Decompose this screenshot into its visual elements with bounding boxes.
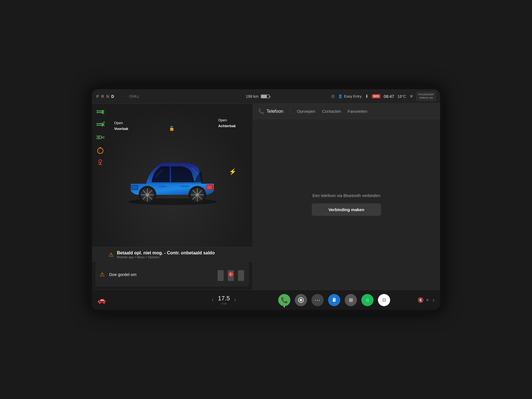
svg-rect-46 [218,278,224,281]
gear-r: R [101,94,104,99]
airbag-line2: AIRBAG ON [418,96,434,100]
phone-title-group: 📞 Telefoon [258,108,283,114]
home-taskbar-button[interactable]: ⊡ [378,294,390,306]
headlight-low-icon [95,108,105,116]
icon-sidebar: 3D< ! [95,108,105,167]
car-display: Open Voorbak Open Achterbak 🔓 ⚡ [92,104,252,247]
connect-bluetooth-button[interactable]: Verbinding maken [312,203,381,216]
seatbelt-alert: ⚠ Doe gordel om [95,262,249,287]
taskbar-right: 🔇 ✕ › [390,297,434,303]
temperature-value: 17.5 [218,295,230,302]
phone-icon-task: 📞 [281,297,288,303]
status-center: 199 km [185,94,330,99]
gear-selector: P R N D [96,94,115,99]
volume-chevron-right[interactable]: › [433,297,434,303]
warning-bar: ⚠ Betaald opl. niet mog. - Contr. onbeta… [92,247,252,262]
status-right: ⊙ 👤 Easy Entry ⬇ SOS 08:47 16°C ✕ PASSEN… [330,92,436,101]
temp-sub-icons: ⊙ ⊞ [218,302,230,305]
warning-title: Betaald opl. niet mog. - Contr. onbetaal… [117,250,215,255]
taskbar-icons: 📞 ··· Ƀ ⊞ [278,294,390,306]
warning-content: Betaald opl. niet mog. - Contr. onbetaal… [117,250,215,259]
phone-taskbar-button[interactable]: 📞 [278,294,290,306]
svg-rect-22 [132,186,137,189]
svg-rect-51 [238,270,244,278]
main-content: 3D< ! [92,104,440,290]
easy-entry-badge: 👤 Easy Entry [338,94,362,98]
car-illustration [120,144,225,207]
nav-contacten[interactable]: Contacten [322,109,341,114]
camera-icon [298,297,304,303]
home-icon: ⊡ [382,297,386,303]
time-display: 08:47 [384,94,394,99]
volume-icon: 🔇 [418,297,424,303]
spotify-icon: ♫ [365,297,369,303]
gear-p: P [96,94,99,99]
main-screen: P R N D · CHILL 199 km ⊙ [92,89,440,310]
taskbar-left: 🚗 [98,296,170,304]
temperature-display: 16°C [397,94,406,99]
left-panel: 3D< ! [92,104,253,290]
spotify-taskbar-button[interactable]: ♫ [361,294,374,306]
car-lock-icon[interactable]: 🔓 [169,126,175,131]
svg-line-9 [103,122,105,122]
more-options-button[interactable]: ··· [311,294,324,306]
cards-icon: ⊞ [349,297,353,303]
sos-badge[interactable]: SOS [372,94,380,98]
airbag-line1: PASSENGER [418,93,434,96]
car-taskbar-icon[interactable]: 🚗 [98,296,106,304]
bluetooth-message: Een telefoon via Bluetooth verbinden [312,193,380,198]
nav-favorieten[interactable]: Favorieten [348,109,367,114]
seatbelt-label: Doe gordel om [109,272,213,277]
fog-light-icon: 3D< [95,134,105,141]
seat-illustration: ! [217,266,245,283]
svg-line-10 [103,123,105,124]
svg-rect-52 [238,278,244,281]
achterbak-line2: Achterbak [218,124,236,128]
svg-rect-41 [158,186,167,187]
headlight-high-icon [95,121,105,129]
voorbak-line2: Voorbak [114,127,128,131]
charge-lightning-icon: ⚡ [229,168,236,175]
seat-display: ! [217,266,245,283]
person-icon: 👤 [338,94,342,98]
passenger-airbag-indicator: PASSENGER AIRBAG ON [416,92,436,101]
download-icon: ⬇ [365,94,369,99]
svg-rect-45 [218,270,224,278]
svg-text:!: ! [99,150,100,152]
svg-line-5 [103,113,104,114]
svg-line-3 [103,110,104,111]
bluetooth-taskbar-button[interactable]: Ƀ [328,294,340,306]
temp-increase-button[interactable]: › [234,297,236,303]
taskbar-center: ‹ 17.5 ⊙ ⊞ › [170,295,278,305]
battery-indicator [261,94,270,98]
tire-pressure-icon: ! [95,146,105,154]
phone-body: Een telefoon via Bluetooth verbinden Ver… [253,119,440,290]
phone-header: 📞 Telefoon Oproepen Contacten Favorieten [253,104,440,119]
cards-taskbar-button[interactable]: ⊞ [345,294,357,306]
screen-bezel: P R N D · CHILL 199 km ⊙ [89,86,443,313]
status-bar: P R N D · CHILL 199 km ⊙ [92,89,440,104]
svg-rect-48 [228,278,234,281]
temp-value-group: 17.5 ⊙ ⊞ [218,295,230,305]
close-icon[interactable]: ✕ [410,94,413,99]
volume-control[interactable]: 🔇 ✕ [418,297,429,303]
status-left: P R N D · CHILL [96,94,185,99]
svg-line-11 [103,125,105,126]
profile-icon: ⊙ [331,94,335,99]
battery-fill [261,95,267,98]
camera-taskbar-button[interactable] [295,294,307,306]
temp-decrease-button[interactable]: ‹ [212,297,214,303]
seatbelt-side-icon [95,159,105,167]
volume-x-icon: ✕ [426,298,429,302]
gear-n: N [106,94,109,99]
seatbelt-warning-icon: ⚠ [100,271,105,278]
temperature-control: 17.5 ⊙ ⊞ [218,295,230,305]
easy-entry-label: Easy Entry [344,94,362,98]
achterbak-label[interactable]: Open Achterbak [218,117,236,129]
range-info: 199 km [246,94,270,99]
svg-point-14 [99,160,102,162]
voorbak-label[interactable]: Open Voorbak [114,120,128,132]
nav-oproepen[interactable]: Oproepen [297,109,316,114]
taskbar: 🚗 ‹ 17.5 ⊙ ⊞ › 📞 [92,290,440,310]
drive-separator: · [120,94,121,99]
